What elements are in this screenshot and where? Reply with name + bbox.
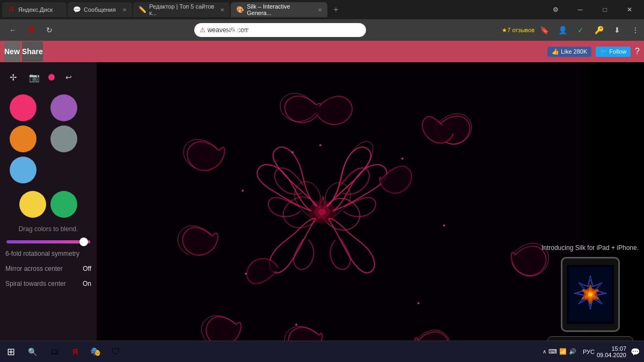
- tray-expand[interactable]: ∧: [543, 349, 546, 354]
- start-button[interactable]: ⊞: [0, 341, 21, 363]
- color-swatch-purple[interactable]: [50, 94, 77, 121]
- toolbar-right: 👍 Like 280K 🐦 Follow ?: [547, 47, 640, 57]
- tab-close-editor[interactable]: ✕: [220, 7, 224, 13]
- symmetry-icon[interactable]: ✢: [5, 70, 20, 85]
- taskbar: ⊞ 🔍 🗂 Я 🎭 🛡 ∧ ⌨ 📶 🔊 РУС 15:07 09.04.2020…: [0, 341, 644, 362]
- tw-icon: 🐦: [600, 48, 608, 55]
- security-icon: ⚠: [200, 26, 206, 34]
- settings-button[interactable]: ⚙: [543, 0, 568, 19]
- clock[interactable]: 15:07 09.04.2020: [597, 345, 626, 358]
- messages-icon: 💬: [73, 6, 80, 13]
- camera-icon[interactable]: 📷: [27, 70, 42, 85]
- tab-editor[interactable]: ✏️ Редактор | Топ 5 сайтов к... ✕: [133, 2, 230, 17]
- tablet-screen: [567, 265, 614, 324]
- slider-track: [6, 240, 90, 243]
- symmetry-slider[interactable]: [5, 240, 91, 243]
- left-sidebar: ✢ 📷 ↩ Drag colors to blend.: [0, 62, 97, 362]
- menu-button[interactable]: ⋮: [627, 21, 644, 39]
- language-indicator: РУС: [583, 349, 595, 355]
- color-swatch-green[interactable]: [50, 191, 77, 218]
- tw-follow-label: Follow: [609, 48, 626, 55]
- tab-messages[interactable]: 💬 Сообщения ✕: [68, 2, 132, 17]
- extension1-button[interactable]: ✓: [572, 21, 589, 39]
- taskbar-app-shield[interactable]: 🛡: [106, 342, 126, 361]
- maximize-button[interactable]: □: [592, 0, 617, 19]
- silk-toolbar: New Share 👍 Like 280K 🐦 Follow ?: [0, 41, 644, 62]
- download-button[interactable]: ⬇: [609, 21, 626, 39]
- nav-left: ← Я ↻: [4, 21, 58, 39]
- undo-icon[interactable]: ↩: [61, 70, 76, 85]
- date-text: 09.04.2020: [597, 352, 626, 358]
- mirror-value[interactable]: Off: [83, 265, 91, 272]
- window-controls: ⚙ ─ □ ✕: [543, 0, 642, 19]
- canvas-area[interactable]: ✢ 📷 ↩ Drag colors to blend.: [0, 62, 644, 362]
- minimize-button[interactable]: ─: [568, 0, 592, 19]
- help-button[interactable]: ?: [635, 47, 640, 56]
- taskbar-app-red[interactable]: 🎭: [86, 342, 105, 361]
- volume-icon: 🔊: [569, 348, 576, 355]
- sys-tray: ∧ ⌨ 📶 🔊: [543, 348, 576, 355]
- tablet-art: [569, 268, 612, 321]
- slider-thumb[interactable]: [79, 238, 88, 246]
- share-button[interactable]: Share: [22, 41, 43, 62]
- network-icon: 📶: [559, 348, 567, 355]
- tab-label-messages: Сообщения: [84, 6, 116, 13]
- tab-close-messages[interactable]: ✕: [122, 7, 127, 13]
- taskbar-app-files[interactable]: 🗂: [45, 342, 64, 361]
- mirror-label: Mirror across center: [5, 265, 63, 272]
- bookmark-button[interactable]: 🔖: [536, 21, 553, 39]
- mirror-toggle-row: Mirror across center Off: [5, 264, 91, 274]
- tab-silk[interactable]: 🎨 Silk – Interactive Genera... ✕: [231, 2, 327, 17]
- symmetry-label: 6-fold rotational symmetry: [5, 249, 91, 258]
- tab-close-silk[interactable]: ✕: [318, 7, 322, 13]
- editor-icon: ✏️: [138, 6, 146, 13]
- color-swatch-orange[interactable]: [10, 125, 36, 152]
- tab-label-editor: Редактор | Топ 5 сайтов к...: [149, 3, 217, 16]
- taskbar-search[interactable]: 🔍: [21, 341, 43, 363]
- color-swatch-gray[interactable]: [50, 125, 77, 152]
- color-row-bottom: [5, 191, 91, 218]
- tab-label-silk: Silk – Interactive Genera...: [247, 3, 314, 16]
- spiral-value[interactable]: On: [83, 280, 91, 287]
- close-button[interactable]: ✕: [617, 0, 642, 19]
- tab-label-yandex: Яндекс.Диск: [18, 6, 53, 13]
- add-tab-button[interactable]: +: [328, 2, 343, 17]
- svg-point-15: [588, 292, 592, 297]
- tab-bar: Я Яндекс.Диск 💬 Сообщения ✕ ✏️ Редактор …: [0, 0, 644, 19]
- svg-point-10: [241, 190, 244, 192]
- promo-text: Introducing Silk for iPad + iPhone.: [541, 243, 639, 253]
- refresh-button[interactable]: ↻: [41, 21, 58, 39]
- profile-button[interactable]: 👤: [554, 21, 571, 39]
- reviews-text: ★7 отзывов: [502, 27, 535, 34]
- yandex-logo[interactable]: Я: [23, 21, 40, 39]
- back-button[interactable]: ←: [4, 21, 21, 39]
- svg-point-7: [418, 302, 420, 304]
- color-swatch-blue[interactable]: [10, 157, 36, 183]
- fb-like-count: Like 280K: [561, 48, 587, 55]
- nav-right: ★7 отзывов 🔖 👤 ✓ 🔑 ⬇ ⋮: [502, 21, 644, 39]
- tablet-preview: [561, 257, 620, 332]
- color-grid: [5, 92, 91, 186]
- svg-point-3: [318, 209, 326, 216]
- tab-yandex-disk[interactable]: Я Яндекс.Диск: [2, 2, 67, 17]
- extension2-button[interactable]: 🔑: [590, 21, 608, 39]
- svg-point-4: [319, 144, 321, 146]
- reviews-badge[interactable]: ★7 отзывов: [502, 27, 535, 34]
- svg-point-11: [291, 151, 294, 153]
- color-swatch-pink[interactable]: [10, 94, 36, 121]
- facebook-like-button[interactable]: 👍 Like 280K: [547, 47, 591, 57]
- right-panel: Introducing Silk for iPad + iPhone.: [539, 62, 644, 362]
- twitter-follow-button[interactable]: 🐦 Follow: [596, 47, 631, 57]
- new-button[interactable]: New: [4, 41, 20, 62]
- notification-icon[interactable]: 💬: [631, 348, 640, 356]
- taskbar-apps: 🗂 Я 🎭 🛡: [45, 342, 126, 361]
- svg-point-8: [295, 323, 297, 326]
- drag-colors-label: Drag colors to blend.: [5, 223, 91, 235]
- current-color-dot[interactable]: [48, 74, 55, 80]
- spiral-toggle-row: Spiral towards center On: [5, 279, 91, 289]
- color-swatch-yellow[interactable]: [19, 191, 46, 218]
- nav-bar: ← Я ↻ ⚠ weavesilk.com Silk – Interactive…: [0, 19, 644, 41]
- svg-point-19: [589, 298, 592, 304]
- taskbar-app-yandex[interactable]: Я: [65, 342, 85, 361]
- keyboard-icon: ⌨: [548, 348, 557, 355]
